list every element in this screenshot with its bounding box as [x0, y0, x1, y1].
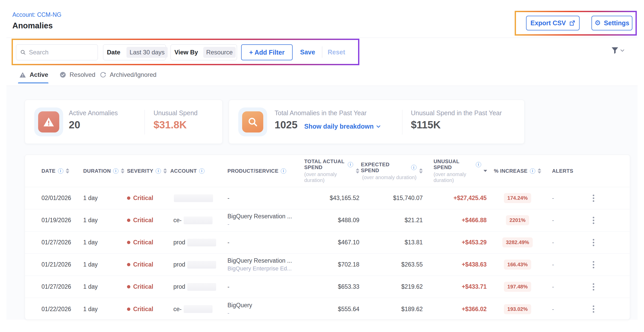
export-csv-button[interactable]: Export CSV: [526, 16, 580, 30]
show-daily-breakdown-link[interactable]: Show daily breakdown: [304, 123, 380, 130]
cell-alerts: -: [546, 306, 582, 313]
cell-unusual-spend: +$366.02: [425, 306, 489, 313]
col-label: % INCREASE: [494, 168, 528, 174]
kebab-menu-icon[interactable]: [591, 260, 596, 270]
reset-filter-link[interactable]: Reset: [328, 48, 345, 56]
cell-actual-spend: $467.10: [304, 239, 361, 246]
cell-menu: [582, 215, 605, 226]
warning-triangle-icon: [19, 72, 26, 78]
filter-panel-toggle[interactable]: [611, 47, 624, 54]
summary-card-active: Active Anomalies 20 Unusual Spend $31.8K: [25, 100, 223, 144]
divider: [145, 110, 145, 135]
col-label: ALERTS: [552, 168, 573, 174]
info-icon[interactable]: i: [281, 168, 286, 174]
col-header-unusual-spend[interactable]: UNUSUAL SPEND i (over anomaly duration): [425, 159, 489, 183]
tab-resolved[interactable]: Resolved: [60, 71, 95, 78]
severity-label: Critical: [133, 261, 153, 268]
table-row[interactable]: 01/27/2026 1 day Critical aws: [25, 231, 630, 254]
info-icon[interactable]: i: [411, 165, 417, 170]
add-filter-button[interactable]: + Add Filter: [241, 44, 293, 60]
search-box[interactable]: [16, 44, 98, 60]
col-header-increase[interactable]: % INCREASE i: [489, 168, 546, 174]
col-header-duration[interactable]: DURATION i: [67, 168, 110, 174]
table-row[interactable]: 01/27/2026 1 day Critical aws: [25, 276, 630, 298]
info-icon[interactable]: i: [530, 168, 535, 174]
cell-increase: 174.24%: [489, 193, 546, 203]
severity-dot-icon: [127, 241, 130, 244]
severity-label: Critical: [133, 306, 153, 313]
cell-increase: 166.43%: [489, 260, 546, 270]
card-icon-halo: [238, 107, 267, 136]
tab-active[interactable]: Active: [19, 71, 48, 78]
kebab-menu-icon[interactable]: [591, 215, 596, 226]
save-filter-link[interactable]: Save: [300, 48, 315, 56]
info-icon[interactable]: i: [199, 168, 205, 174]
past-year-spend-label: Unusual Spend in the Past Year: [411, 109, 502, 117]
increase-badge: 166.43%: [504, 260, 531, 270]
increase-badge: 197.48%: [504, 282, 531, 292]
product-line2: -: [227, 221, 292, 228]
col-header-expected-spend[interactable]: EXPECTED SPEND i (over anomaly duration): [361, 162, 425, 180]
cell-alerts: -: [546, 217, 582, 224]
col-label: EXPECTED SPEND: [361, 162, 409, 173]
cell-menu: [582, 304, 605, 314]
table-row[interactable]: 02/01/2026 1 day Critical aws: [25, 187, 630, 209]
product-line1: -: [227, 239, 230, 246]
cell-increase: 193.02%: [489, 304, 546, 314]
chevron-down-icon: [376, 125, 380, 128]
product-line2: BigQuery Enterprise Ed...: [227, 265, 292, 272]
cell-severity: Critical: [110, 306, 153, 313]
col-sublabel: (over anomaly duration): [362, 175, 417, 180]
view-by-dropdown[interactable]: View By Resource: [171, 44, 237, 60]
col-label: UNUSUAL SPEND: [434, 159, 473, 170]
cell-expected-spend: $13.81: [361, 239, 425, 246]
table-row[interactable]: 01/21/2026 1 day Critical aws: [25, 254, 630, 276]
sort-icon-descending[interactable]: [484, 170, 487, 172]
kebab-menu-icon[interactable]: [591, 193, 596, 203]
date-filter[interactable]: Date Last 30 days: [103, 44, 166, 60]
sort-icon[interactable]: [538, 168, 541, 173]
sort-icon[interactable]: [419, 168, 423, 173]
table-body: 02/01/2026 1 day Critical aws: [25, 187, 630, 320]
breakdown-link-label: Show daily breakdown: [304, 123, 374, 130]
cell-duration: 1 day: [67, 283, 110, 290]
summary-card-past-year: Total Anomalies in the Past Year 1025 Sh…: [229, 100, 524, 144]
history-icon: [100, 72, 106, 78]
cell-date: 01/22/2026: [25, 306, 67, 313]
cell-unusual-spend: +$27,425.45: [425, 195, 489, 202]
breadcrumb[interactable]: Account: CCM-NG: [12, 11, 61, 18]
external-link-icon: [569, 20, 575, 26]
col-header-actual-spend[interactable]: TOTAL ACTUAL SPEND i (over anomaly durat…: [304, 159, 361, 183]
settings-button[interactable]: ⚙ Settings: [591, 16, 632, 30]
cell-product: -: [210, 283, 304, 290]
table-row[interactable]: 01/22/2026 1 day Critical aws: [25, 298, 630, 320]
cell-severity: Critical: [110, 283, 153, 290]
col-header-account[interactable]: ACCOUNT i: [153, 168, 210, 174]
cell-increase: 3282.49%: [489, 237, 546, 247]
card-icon-halo: [34, 107, 63, 136]
account-redacted: [184, 305, 213, 313]
info-icon[interactable]: i: [476, 162, 481, 167]
account-prefix: ce-: [173, 306, 182, 313]
cell-menu: [582, 260, 605, 270]
kebab-menu-icon[interactable]: [591, 304, 596, 314]
search-input[interactable]: [29, 49, 94, 56]
info-icon[interactable]: i: [348, 162, 353, 167]
kebab-menu-icon[interactable]: [591, 237, 596, 248]
header-divider: [6, 38, 638, 38]
info-icon[interactable]: i: [58, 168, 63, 174]
col-sublabel: (over anomaly duration): [304, 171, 353, 183]
cell-expected-spend: $219.62: [361, 283, 425, 290]
col-header-product[interactable]: PRODUCT/SERVICE i: [210, 168, 304, 174]
severity-label: Critical: [133, 195, 153, 202]
tab-archived[interactable]: Archived/Ignored: [100, 71, 156, 78]
table-row[interactable]: 01/19/2026 1 day Critical aws: [25, 209, 630, 231]
cell-alerts: -: [546, 239, 582, 246]
col-header-date[interactable]: DATE i: [25, 168, 67, 174]
sort-icon[interactable]: [356, 168, 359, 173]
anomaly-warning-icon: [38, 111, 59, 132]
col-header-severity[interactable]: SEVERITY i: [110, 168, 153, 174]
kebab-menu-icon[interactable]: [591, 282, 596, 292]
search-icon: [20, 49, 26, 55]
cell-increase: 197.48%: [489, 282, 546, 292]
